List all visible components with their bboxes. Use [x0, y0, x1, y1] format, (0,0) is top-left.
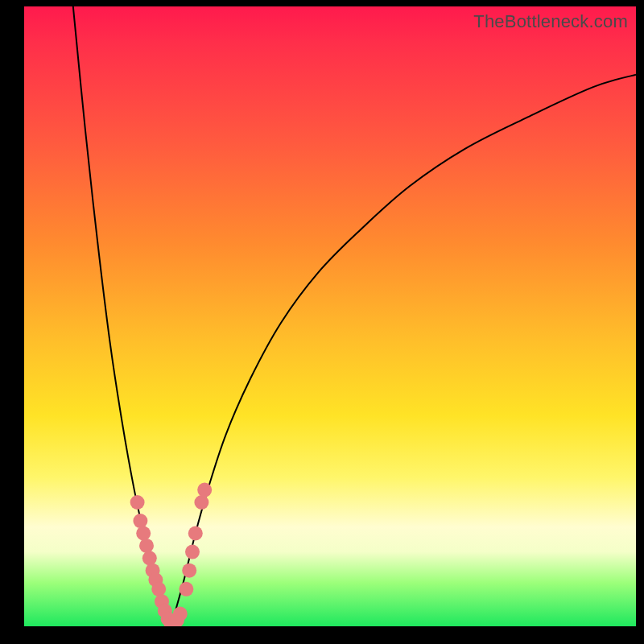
marker-group [130, 483, 213, 626]
marker-dot [139, 539, 154, 553]
marker-dot [136, 526, 151, 541]
curve-left-branch [73, 6, 171, 626]
marker-dot [182, 564, 196, 578]
marker-dot [133, 514, 147, 528]
marker-dot [188, 526, 203, 541]
marker-dot [197, 483, 212, 497]
marker-dot [130, 495, 145, 510]
marker-dot [194, 495, 208, 510]
curve-right-branch [171, 75, 636, 626]
curves-svg [24, 6, 636, 626]
marker-dot [142, 551, 157, 565]
marker-dot [151, 582, 166, 597]
marker-dot [173, 607, 188, 621]
marker-dot [179, 582, 193, 597]
chart-frame: TheBottleneck.com [0, 0, 644, 644]
plot-area: TheBottleneck.com [24, 6, 636, 626]
marker-dot [185, 545, 200, 559]
